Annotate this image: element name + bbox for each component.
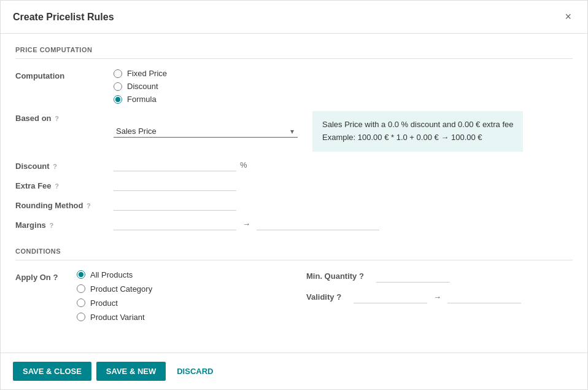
- all-products-radio[interactable]: [77, 270, 85, 279]
- margins-row: Margins ? 0.00 → 0.00: [15, 218, 573, 230]
- fixed-price-option[interactable]: Fixed Price: [114, 69, 167, 78]
- dialog-header: Create Pricelist Rules ×: [1, 1, 587, 34]
- discount-suffix: %: [240, 160, 247, 170]
- based-on-select-wrapper: Sales Price Cost Price Other Pricelist: [114, 125, 298, 138]
- product-option[interactable]: Product: [77, 298, 152, 308]
- formula-info-box: Sales Price with a 0.0 % discount and 0.…: [312, 111, 523, 152]
- min-qty-input[interactable]: 0.00: [376, 270, 450, 283]
- dialog-title: Create Pricelist Rules: [13, 12, 114, 23]
- conditions-left: Apply On ? All Products Product Category: [15, 270, 282, 322]
- discount-help-icon: ?: [53, 163, 57, 170]
- apply-on-label: Apply On ?: [15, 270, 77, 282]
- discard-button[interactable]: DISCARD: [171, 362, 219, 381]
- extra-fee-help-icon: ?: [55, 182, 59, 190]
- all-products-label: All Products: [90, 270, 133, 279]
- min-qty-help-icon: ?: [359, 271, 364, 281]
- conditions-grid: Apply On ? All Products Product Category: [15, 270, 573, 322]
- rounding-input[interactable]: 0.00: [114, 198, 236, 211]
- dialog-footer: SAVE & CLOSE SAVE & NEW DISCARD: [1, 353, 587, 389]
- info-line1: Sales Price with a 0.0 % discount and 0.…: [322, 119, 513, 131]
- based-on-select[interactable]: Sales Price Cost Price Other Pricelist: [114, 125, 298, 138]
- conditions-section: CONDITIONS Apply On ? All Products: [15, 248, 573, 322]
- based-on-help-icon: ?: [55, 115, 59, 122]
- discount-radio[interactable]: [114, 82, 122, 91]
- apply-on-options: All Products Product Category Product: [77, 270, 152, 322]
- extra-fee-input[interactable]: 0.00: [114, 179, 236, 191]
- price-computation-header: PRICE COMPUTATION: [15, 46, 573, 59]
- based-on-content: Sales Price Cost Price Other Pricelist S…: [114, 111, 573, 152]
- discount-field-label: Discount ?: [15, 159, 114, 171]
- conditions-right: Min. Quantity ? 0.00 Validity ? →: [306, 270, 573, 322]
- close-button[interactable]: ×: [561, 9, 575, 25]
- based-on-label: Based on ?: [15, 111, 114, 123]
- dialog-body: PRICE COMPUTATION Computation Fixed Pric…: [1, 34, 587, 353]
- product-category-radio[interactable]: [77, 284, 85, 293]
- formula-radio[interactable]: [114, 95, 122, 104]
- validity-from-input[interactable]: [354, 291, 427, 303]
- rounding-content: 0.00: [114, 198, 573, 211]
- extra-fee-content: 0.00: [114, 179, 573, 191]
- margins-label: Margins ?: [15, 218, 114, 230]
- rounding-row: Rounding Method ? 0.00: [15, 198, 573, 211]
- product-radio[interactable]: [77, 298, 85, 307]
- based-on-row: Based on ? Sales Price Cost Price Other …: [15, 111, 573, 152]
- discount-row: Discount ? 0.00 %: [15, 159, 573, 171]
- rounding-help-icon: ?: [87, 202, 91, 209]
- all-products-option[interactable]: All Products: [77, 270, 152, 279]
- fixed-price-label: Fixed Price: [127, 69, 167, 78]
- product-category-label: Product Category: [90, 284, 152, 294]
- fixed-price-radio[interactable]: [114, 69, 122, 78]
- product-variant-radio[interactable]: [77, 313, 85, 321]
- validity-arrow-icon: →: [433, 292, 441, 302]
- conditions-header: CONDITIONS: [15, 248, 573, 260]
- apply-on-row: Apply On ? All Products Product Category: [15, 270, 282, 322]
- discount-label: Discount: [127, 82, 158, 91]
- discount-content: 0.00 %: [114, 159, 573, 171]
- product-variant-option[interactable]: Product Variant: [77, 313, 152, 322]
- min-qty-label: Min. Quantity ?: [306, 271, 364, 281]
- formula-label: Formula: [127, 95, 157, 104]
- apply-on-help-icon: ?: [53, 273, 58, 282]
- save-close-button[interactable]: SAVE & CLOSE: [13, 362, 91, 381]
- min-qty-row: Min. Quantity ? 0.00: [306, 270, 573, 283]
- save-new-button[interactable]: SAVE & NEW: [96, 362, 166, 381]
- create-pricelist-dialog: Create Pricelist Rules × PRICE COMPUTATI…: [0, 0, 588, 390]
- discount-option[interactable]: Discount: [114, 82, 167, 91]
- margins-content: 0.00 → 0.00: [114, 218, 573, 230]
- product-variant-label: Product Variant: [90, 313, 145, 322]
- computation-label: Computation: [15, 69, 114, 80]
- validity-to-input[interactable]: [447, 291, 521, 303]
- extra-fee-label: Extra Fee ?: [15, 179, 114, 190]
- rounding-label: Rounding Method ?: [15, 198, 114, 210]
- product-category-option[interactable]: Product Category: [77, 284, 152, 294]
- validity-row: Validity ? →: [306, 291, 573, 303]
- discount-input[interactable]: 0.00: [114, 159, 236, 171]
- computation-radio-group: Fixed Price Discount Formula: [114, 69, 167, 104]
- price-computation-section: PRICE COMPUTATION Computation Fixed Pric…: [15, 46, 573, 230]
- validity-label: Validity ?: [306, 292, 341, 302]
- product-label: Product: [90, 298, 118, 308]
- computation-content: Fixed Price Discount Formula: [114, 69, 573, 104]
- formula-option[interactable]: Formula: [114, 95, 167, 104]
- validity-help-icon: ?: [336, 292, 341, 302]
- computation-row: Computation Fixed Price Discount: [15, 69, 573, 104]
- extra-fee-row: Extra Fee ? 0.00: [15, 179, 573, 191]
- info-line2: Example: 100.00 € * 1.0 + 0.00 € → 100.0…: [322, 131, 513, 144]
- margins-help-icon: ?: [49, 222, 53, 229]
- margins-arrow-icon: →: [242, 219, 250, 228]
- margins-from-input[interactable]: 0.00: [114, 218, 236, 230]
- margins-to-input[interactable]: 0.00: [257, 218, 379, 230]
